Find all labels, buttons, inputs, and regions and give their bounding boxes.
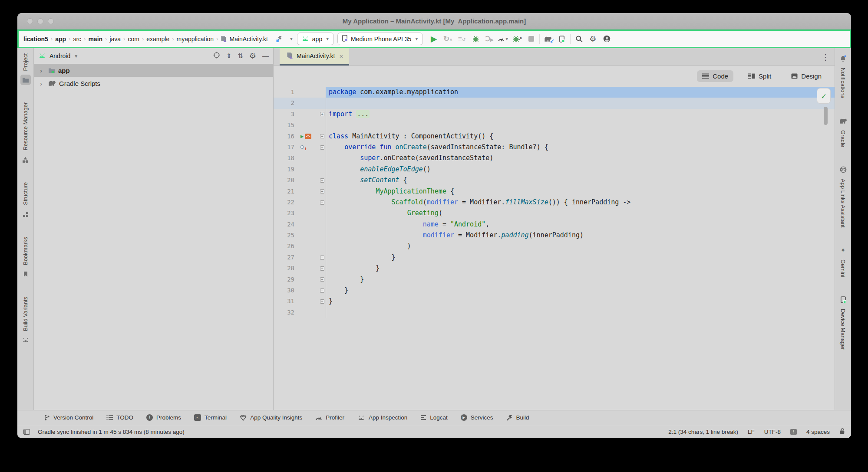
highlight-level-icon[interactable]: ! (790, 429, 797, 435)
device-select[interactable]: Medium Phone API 35 ▼ (337, 33, 423, 45)
tool-strip-tab-build-variants[interactable]: Build Variants (20, 297, 31, 345)
fold-marker-icon[interactable]: − (320, 178, 324, 183)
account-button[interactable] (600, 33, 613, 45)
readonly-lock-icon[interactable] (839, 428, 845, 436)
attach-button[interactable]: Ↄ▶ (483, 33, 496, 45)
chevron-right-icon[interactable]: › (40, 80, 45, 87)
line-separator[interactable]: LF (748, 429, 755, 435)
hammer-blue-icon[interactable] (275, 35, 283, 43)
target-button[interactable] (213, 52, 220, 60)
fold-marker-icon[interactable]: − (320, 299, 324, 304)
code-line-21[interactable]: 21− MyApplicationTheme { (274, 186, 835, 197)
inspections-ok-icon[interactable]: ✓ (817, 88, 830, 103)
debug-button[interactable] (469, 33, 482, 45)
tool-strip-tab-gradle[interactable]: Gradle (838, 116, 848, 147)
fold-marker-icon[interactable]: − (320, 256, 324, 260)
expand-button[interactable]: ⇅ (238, 52, 243, 60)
override-gutter-icon[interactable]: ↑ (300, 144, 306, 150)
toolwindow-button-problems[interactable]: !Problems (146, 414, 181, 421)
breadcrumb-item-lication5[interactable]: lication5 (22, 36, 50, 43)
code-line-23[interactable]: 23 Greeting( (274, 208, 835, 219)
collapse-button[interactable]: ⇕ (226, 52, 232, 60)
sync-button[interactable]: ↙ (541, 33, 554, 45)
editor-tab-mainactivity[interactable]: MainActivity.kt × (280, 48, 349, 66)
mode-button-design[interactable]: Design (786, 70, 827, 82)
code-line-16[interactable]: 16▶<>−class MainActivity : ComponentActi… (274, 131, 835, 142)
tool-strip-tab-resource-manager[interactable]: Resource Manager (20, 102, 31, 165)
toolwindow-button-profiler[interactable]: Profiler (315, 414, 344, 421)
code-line-2[interactable]: 2 (274, 98, 835, 108)
code-line-24[interactable]: 24 name = "Android", (274, 219, 835, 230)
tab-options-icon[interactable]: ⋮ (822, 52, 829, 62)
code-line-18[interactable]: 18 super.onCreate(savedInstanceState) (274, 153, 835, 164)
gear-button[interactable]: ⚙ (586, 33, 599, 45)
tool-strip-tab-notifications[interactable]: Notifications (838, 53, 848, 98)
run-gutter-icon[interactable]: ▶ (300, 131, 304, 142)
gauge-button[interactable]: ▼ (497, 33, 510, 45)
search-button[interactable] (572, 33, 585, 45)
fold-marker-icon[interactable]: − (320, 277, 324, 282)
code-line-19[interactable]: 19 enableEdgeToEdge() (274, 164, 835, 175)
breadcrumb-item-com[interactable]: com (126, 36, 140, 43)
mode-button-code[interactable]: Code (697, 70, 733, 82)
code-line-27[interactable]: 27− } (274, 252, 835, 263)
toolwindow-button-services[interactable]: ▶Services (461, 414, 493, 421)
mode-button-split[interactable]: Split (743, 70, 776, 82)
code-line-3[interactable]: 3+import ... (274, 109, 835, 120)
fold-marker-icon[interactable]: − (320, 189, 324, 193)
restart-button[interactable]: ↻A (441, 33, 454, 45)
tool-strip-tab-device-manager[interactable]: Device Manager (838, 295, 848, 350)
fold-marker-icon[interactable]: − (320, 134, 324, 138)
fold-marker-icon[interactable]: − (320, 200, 324, 205)
gear-button[interactable]: ⚙ (249, 51, 256, 61)
code-line-15[interactable]: 15 (274, 120, 835, 131)
toolwindow-button-logcat[interactable]: Logcat (420, 414, 448, 421)
run-config-select[interactable]: app ▼ (297, 33, 334, 45)
fold-marker-icon[interactable]: − (320, 145, 324, 150)
breadcrumb-item-java[interactable]: java (108, 36, 122, 43)
toolwindow-button-todo[interactable]: TODO (106, 414, 133, 421)
breadcrumb-item-MainActivity.kt[interactable]: MainActivity.kt (219, 36, 269, 43)
stop-button[interactable] (525, 33, 538, 45)
toolwindow-button-app-quality-insights[interactable]: App Quality Insights (240, 414, 302, 421)
tool-strip-tab-gemini[interactable]: ✦Gemini (838, 245, 848, 277)
code-line-1[interactable]: 1package com.example.myapplication (274, 87, 835, 98)
tool-strip-tab-project[interactable]: Project (20, 53, 31, 85)
breadcrumb-item-src[interactable]: src (72, 36, 83, 43)
tree-item-app[interactable]: ›app (34, 64, 273, 77)
apply-code-button[interactable]: ≡↺ (455, 33, 468, 45)
code-line-29[interactable]: 29− } (274, 274, 835, 285)
tool-strip-tab-app-links-assistant[interactable]: App Links Assistant (838, 164, 848, 228)
close-tab-icon[interactable]: × (339, 52, 343, 60)
code-line-32[interactable]: 32 (274, 307, 835, 318)
layout-widget-icon[interactable] (23, 429, 30, 435)
code-line-28[interactable]: 28− } (274, 263, 835, 274)
chevron-right-icon[interactable]: › (40, 67, 45, 74)
breadcrumb-item-example[interactable]: example (145, 36, 171, 43)
code-line-31[interactable]: 31−} (274, 296, 835, 307)
file-encoding[interactable]: UTF-8 (764, 429, 781, 435)
tree-item-gradle-scripts[interactable]: ›Gradle Scripts (34, 77, 273, 90)
toolwindow-button-build[interactable]: Build (506, 414, 529, 421)
code-line-25[interactable]: 25 modifier = Modifier.padding(innerPadd… (274, 230, 835, 241)
phone-android-button[interactable] (555, 33, 568, 45)
fold-marker-icon[interactable]: − (320, 288, 324, 293)
code-line-20[interactable]: 20− setContent { (274, 175, 835, 186)
breadcrumb-item-app[interactable]: app (54, 36, 67, 43)
code-line-22[interactable]: 22− Scaffold(modifier = Modifier.fillMax… (274, 197, 835, 208)
compose-gutter-icon[interactable]: <> (305, 134, 311, 139)
build-variant-icon[interactable] (273, 33, 286, 45)
code-editor[interactable]: 1package com.example.myapplication23+imp… (274, 86, 835, 410)
toolwindow-button-terminal[interactable]: >_Terminal (194, 414, 227, 421)
code-line-26[interactable]: 26 ) (274, 241, 835, 252)
breadcrumb-item-main[interactable]: main (87, 36, 104, 43)
minus-button[interactable]: — (262, 52, 269, 60)
caret-position[interactable]: 2:1 (34 chars, 1 line break) (668, 429, 738, 435)
toolwindow-button-app-inspection[interactable]: App Inspection (357, 414, 407, 421)
fold-marker-icon[interactable]: + (320, 112, 324, 116)
code-line-30[interactable]: 30− } (274, 285, 835, 296)
run-button[interactable]: ▶ (427, 33, 440, 45)
editor-scrollbar[interactable] (824, 107, 828, 125)
fold-marker-icon[interactable]: − (320, 266, 324, 271)
profile-bug-button[interactable]: ↗ (511, 33, 524, 45)
